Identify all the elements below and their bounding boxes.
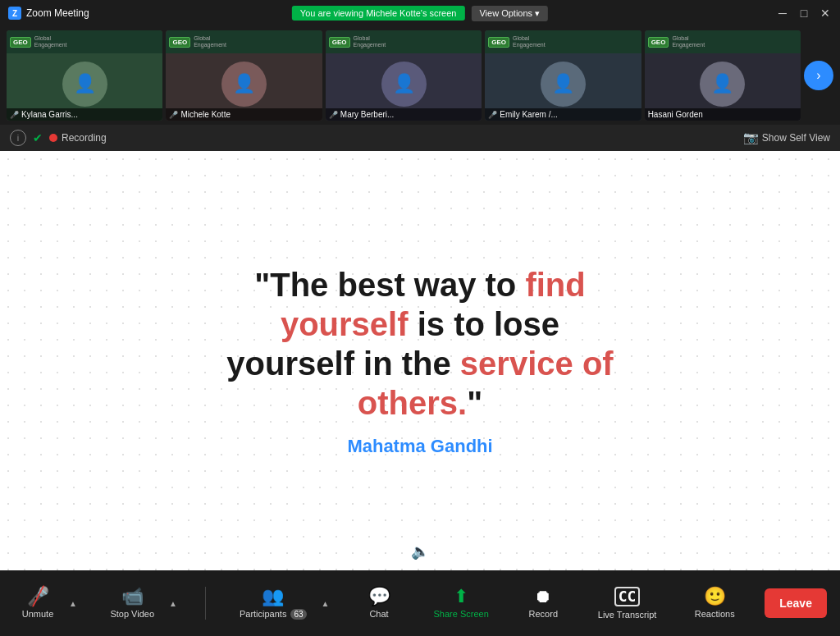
screen-share-banner: You are viewing Michele Kotte's screen V… xyxy=(292,6,548,21)
quote-highlight-service: service of xyxy=(460,345,614,382)
view-options-button[interactable]: View Options ▾ xyxy=(471,6,548,21)
secure-icon: ✔ xyxy=(33,131,43,144)
minimize-button[interactable]: ─ xyxy=(776,7,789,20)
close-button[interactable]: ✕ xyxy=(819,7,832,20)
participant-tile-2[interactable]: GEO GlobalEngagement 👤 🎤 Michele Kotte xyxy=(166,30,322,121)
viewing-banner: You are viewing Michele Kotte's screen xyxy=(292,6,465,21)
window-controls: ─ □ ✕ xyxy=(776,7,832,20)
quote-highlight-find: find xyxy=(525,267,585,303)
bottom-toolbar: 🎤 ╱ Unmute ▲ 📹 Stop Video ▲ 👥 Participan… xyxy=(0,570,840,636)
record-button[interactable]: ⏺ Record xyxy=(518,581,568,625)
reactions-icon: 🙂 xyxy=(704,588,726,606)
reactions-group: 🙂 Reactions xyxy=(687,581,743,625)
recording-status: Recording xyxy=(49,132,107,144)
share-screen-icon: ⬆ xyxy=(454,588,468,606)
avatar-4: 👤 xyxy=(541,62,586,107)
participant-tile-3[interactable]: GEO GlobalEngagement 👤 🎤 Mary Berberi... xyxy=(326,30,482,121)
show-self-view-button[interactable]: 📷 Show Self View xyxy=(743,130,830,145)
mic-muted-icon-3: 🎤 xyxy=(329,111,338,119)
participants-chevron[interactable]: ▲ xyxy=(318,596,333,611)
participants-icon: 👥 xyxy=(262,588,284,606)
slide-area: "The best way to find yourself is to los… xyxy=(0,151,840,570)
reactions-label: Reactions xyxy=(695,609,735,619)
participants-button[interactable]: 👥 Participants 63 xyxy=(231,581,315,625)
zoom-logo: Z xyxy=(8,7,21,20)
microphone-muted-icon: 🎤 ╱ xyxy=(27,588,49,606)
live-transcript-group: CC Live Transcript xyxy=(590,580,665,626)
quote-part1: "The best way to xyxy=(254,267,525,303)
video-chevron[interactable]: ▲ xyxy=(166,596,180,611)
quote-part4: yourself in the xyxy=(226,345,460,382)
recording-dot xyxy=(49,134,57,142)
main-content: "The best way to find yourself is to los… xyxy=(0,151,840,570)
next-participant-button[interactable]: › xyxy=(804,61,833,90)
unmute-group: 🎤 ╱ Unmute ▲ xyxy=(13,581,80,625)
quote-highlight-others: others. xyxy=(358,385,467,421)
geo-banner-3: GEO GlobalEngagement xyxy=(326,30,482,53)
participant-name-3: 🎤 Mary Berberi... xyxy=(326,108,482,121)
chat-group: 💬 Chat xyxy=(354,581,404,625)
participant-tile-5[interactable]: GEO GlobalEngagement 👤 Hasani Gorden xyxy=(645,30,801,121)
unmute-button[interactable]: 🎤 ╱ Unmute xyxy=(13,581,62,625)
divider-1 xyxy=(205,587,206,620)
volume-indicator: 🔈 xyxy=(411,542,429,561)
chat-button[interactable]: 💬 Chat xyxy=(354,581,404,625)
participants-count-badge: 63 xyxy=(290,609,306,620)
live-transcript-label: Live Transcript xyxy=(598,610,657,620)
avatar-5: 👤 xyxy=(700,62,745,107)
chat-icon: 💬 xyxy=(368,588,390,606)
participants-label: Participants 63 xyxy=(240,609,307,619)
info-button[interactable]: i xyxy=(10,130,26,146)
reactions-button[interactable]: 🙂 Reactions xyxy=(687,581,743,625)
share-screen-button[interactable]: ⬆ Share Screen xyxy=(426,581,497,625)
quote-author: Mahatma Gandhi xyxy=(226,436,613,457)
unmute-label: Unmute xyxy=(22,609,54,619)
video-icon: 📹 xyxy=(121,588,144,606)
volume-icon: 🔈 xyxy=(411,543,429,560)
stop-video-label: Stop Video xyxy=(110,609,154,619)
quote-part3: is to lose xyxy=(409,306,560,342)
chevron-right-icon: › xyxy=(816,68,820,83)
avatar-3: 👤 xyxy=(381,62,427,107)
avatar-1: 👤 xyxy=(62,62,107,107)
record-icon: ⏺ xyxy=(534,588,552,606)
cc-icon: CC xyxy=(614,587,641,606)
title-bar: Z Zoom Meeting You are viewing Michele K… xyxy=(0,0,840,26)
mic-muted-icon-1: 🎤 xyxy=(10,111,19,119)
avatar-2: 👤 xyxy=(221,62,267,107)
participant-strip: GEO GlobalEngagement 👤 🎤 Kylana Garris..… xyxy=(0,26,840,125)
live-transcript-button[interactable]: CC Live Transcript xyxy=(590,580,665,626)
share-screen-group: ⬆ Share Screen xyxy=(426,581,497,625)
camera-icon: 📷 xyxy=(743,130,759,145)
geo-banner-2: GEO GlobalEngagement xyxy=(166,30,322,53)
mic-muted-icon-2: 🎤 xyxy=(169,111,178,119)
participant-tile-4[interactable]: GEO GlobalEngagement 👤 🎤 Emily Karem /..… xyxy=(485,30,641,121)
record-group: ⏺ Record xyxy=(518,581,568,625)
mic-muted-icon-4: 🎤 xyxy=(488,111,497,119)
chat-label: Chat xyxy=(369,609,388,619)
record-label: Record xyxy=(529,609,558,619)
stop-video-button[interactable]: 📹 Stop Video xyxy=(102,581,162,625)
participant-name-5: Hasani Gorden xyxy=(645,108,801,121)
stop-video-group: 📹 Stop Video ▲ xyxy=(102,581,180,625)
unmute-chevron[interactable]: ▲ xyxy=(66,596,80,611)
geo-banner-4: GEO GlobalEngagement xyxy=(485,30,641,53)
meeting-toolbar: i ✔ Recording 📷 Show Self View xyxy=(0,125,840,151)
leave-button[interactable]: Leave xyxy=(765,588,827,618)
maximize-button[interactable]: □ xyxy=(797,7,810,20)
quote-end: " xyxy=(467,385,482,421)
geo-banner-1: GEO GlobalEngagement xyxy=(7,30,162,53)
quote-container: "The best way to find yourself is to los… xyxy=(210,249,629,474)
participant-tile-1[interactable]: GEO GlobalEngagement 👤 🎤 Kylana Garris..… xyxy=(7,30,162,121)
quote-highlight-yourself: yourself xyxy=(281,306,409,342)
geo-banner-5: GEO GlobalEngagement xyxy=(645,30,801,53)
share-screen-label: Share Screen xyxy=(434,609,489,619)
participant-name-2: 🎤 Michele Kotte xyxy=(166,108,322,121)
quote-text: "The best way to find yourself is to los… xyxy=(226,265,613,423)
participant-name-4: 🎤 Emily Karem /... xyxy=(485,108,641,121)
app-title: Z Zoom Meeting xyxy=(8,7,89,20)
participant-name-1: 🎤 Kylana Garris... xyxy=(7,108,162,121)
participants-group: 👥 Participants 63 ▲ xyxy=(231,581,333,625)
